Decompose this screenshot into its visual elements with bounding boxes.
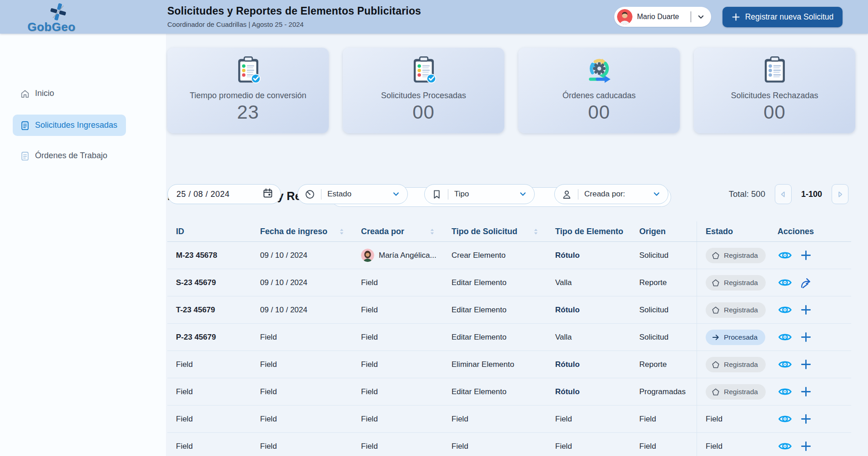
sort-icon[interactable] [429,228,435,236]
col-header-creada-por[interactable]: Creada por [352,227,443,236]
col-header-tipo-solicitud[interactable]: Tipo de Solicitud [443,227,547,236]
add-button[interactable] [798,357,813,372]
clipboard-icon [762,55,788,85]
cell-tipo-elemento: Valla [547,278,631,287]
sidebar-item-label: Solicitudes Ingresadas [35,120,117,130]
status-badge-registrada: Registrada [706,248,766,263]
document-icon [20,120,30,130]
chevron-down-icon[interactable] [697,13,705,21]
cell-acciones [769,412,851,426]
cell-id: Field [167,442,251,451]
status-badge-procesada: Procesada [706,330,765,345]
creada-por-filter-dropdown[interactable]: Creada por: [554,184,668,204]
triangle-right-icon [836,190,844,199]
logo[interactable]: GobGeo [17,1,85,33]
table-row: S-23 45679 09 / 10 / 2024 Field Editar E… [167,269,851,296]
cell-creada: María Angélica... [352,249,443,262]
eye-icon [778,277,792,288]
cell-origen: Reporte [631,278,697,287]
tipo-filter-dropdown[interactable]: Tipo [424,184,535,204]
pentagon-icon [712,251,720,260]
stat-label: Solicitudes Procesadas [381,91,466,100]
cell-fecha: 09 / 10 / 2024 [251,278,352,287]
register-new-request-button[interactable]: Registrar nueva Solicitud [722,7,843,27]
col-header-fecha[interactable]: Fecha de ingreso [251,227,352,236]
add-button[interactable] [798,412,813,426]
view-button[interactable] [778,412,792,426]
cell-acciones [769,385,851,399]
calendar-icon[interactable] [262,188,273,199]
cell-estado: Field [697,406,769,432]
plus-icon [800,304,812,316]
app-header: GobGeo Solicitudes y Reportes de Element… [0,0,868,34]
cell-acciones [769,330,851,345]
sort-icon[interactable] [339,228,345,236]
view-button[interactable] [778,248,792,263]
next-page-button[interactable] [832,184,848,204]
main-content: Tiempo promedio de conversión 23 Solicit… [166,34,868,456]
table-row: T-23 45679 09 / 10 / 2024 Field Editar E… [167,296,851,324]
cell-acciones [769,276,851,290]
date-filter[interactable]: 25 / 08 / 2024 [167,184,281,204]
cell-estado: Registrada [697,242,769,269]
plus-icon [800,386,812,397]
add-button[interactable] [798,248,813,263]
register-button-label: Registrar nueva Solicitud [745,12,834,22]
cell-estado: Procesada [697,324,769,351]
logo-text: GobGeo [17,20,85,34]
prev-page-button[interactable] [775,184,792,204]
cell-origen: Reporte [631,360,697,369]
user-menu[interactable]: Mario Duarte [614,7,711,27]
cell-id: Field [167,387,251,396]
add-button[interactable] [798,385,813,399]
add-button[interactable] [798,439,813,454]
cell-acciones [769,357,851,372]
cell-tipo-solicitud: Editar Elemento [443,278,547,287]
view-button[interactable] [778,303,792,317]
sidebar-item-inicio[interactable]: Inicio [13,83,126,104]
view-button[interactable] [778,330,792,345]
cell-fecha: Field [251,442,352,451]
app-root: GobGeo Solicitudes y Reportes de Element… [0,0,868,456]
pagination: Total: 500 1-100 [729,184,848,204]
view-button[interactable] [778,357,792,372]
divider [578,189,578,200]
sidebar-item-ordenes-de-trabajo[interactable]: Órdenes de Trabajo [13,145,126,166]
cell-acciones [769,303,851,317]
add-button[interactable] [798,330,813,345]
col-header-tipo-elemento: Tipo de Elemento [547,227,631,236]
view-button[interactable] [778,276,792,290]
eye-icon [778,250,792,261]
bookmark-icon [431,189,442,200]
sidebar: Inicio Solicitudes Ingresadas Órdenes de… [0,34,166,456]
cell-origen: Solicitud [631,333,697,342]
estado-filter-dropdown[interactable]: Estado [297,184,408,204]
cell-tipo-solicitud: Eliminar Elemento [443,360,547,369]
view-button[interactable] [778,439,792,454]
cell-id: Field [167,415,251,424]
view-button[interactable] [778,385,792,399]
cell-fecha: Field [251,360,352,369]
cell-fecha: 09 / 10 / 2024 [251,306,352,315]
add-button[interactable] [798,303,813,317]
stat-label: Solicitudes Rechazadas [731,91,818,100]
table-header-row: ID Fecha de ingreso Creada por Tipo de S… [167,221,851,242]
header-titles: Solicitudes y Reportes de Elementos Publ… [167,5,421,28]
assign-button[interactable] [798,276,813,290]
sort-icon[interactable] [533,228,539,236]
stat-cards: Tiempo promedio de conversión 23 Solicit… [167,48,855,133]
plus-icon [800,359,812,370]
sidebar-item-solicitudes-ingresadas[interactable]: Solicitudes Ingresadas [13,115,126,136]
cell-creada: Field [352,333,443,342]
home-icon [20,89,30,99]
table-row: Field Field Field Editar Elemento Rótulo… [167,378,851,406]
cell-tipo-solicitud: Editar Elemento [443,387,547,396]
cell-tipo-solicitud: Editar Elemento [443,333,547,342]
avatar [617,9,632,25]
process-cycle-icon [584,56,614,84]
cell-tipo-elemento: Rótulo [547,387,631,396]
pentagon-icon [712,279,720,287]
plus-icon [800,441,812,452]
eye-icon [778,441,792,451]
sidebar-item-label: Órdenes de Trabajo [35,151,107,160]
